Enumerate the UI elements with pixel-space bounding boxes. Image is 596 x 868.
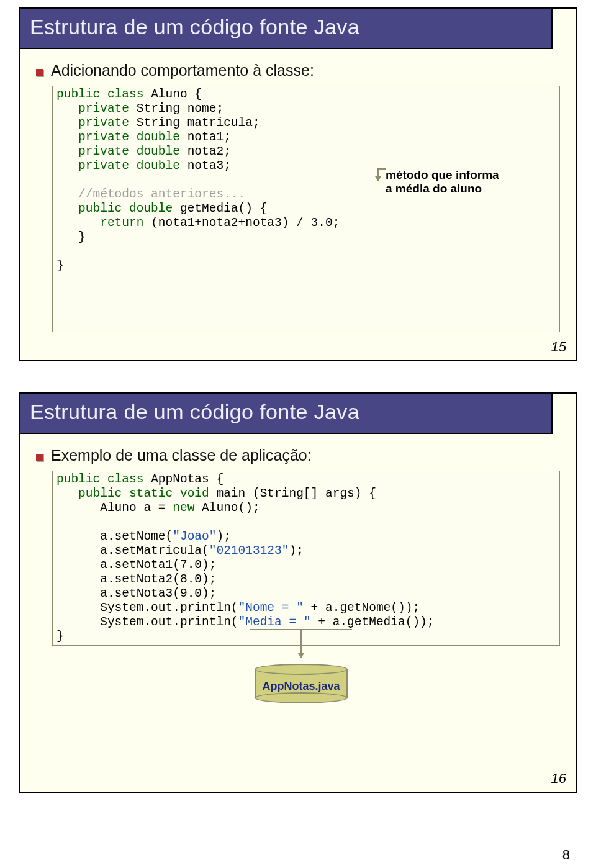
- code-text: Aluno();: [194, 501, 260, 515]
- code-str: "Nome = ": [238, 601, 304, 615]
- arrow-down-icon: [300, 629, 302, 658]
- code-kw: public class: [56, 88, 143, 101]
- page-number: 8: [562, 847, 570, 863]
- code-text: String nome;: [129, 102, 224, 115]
- code-kw: new: [173, 501, 194, 515]
- code-kw: private: [56, 102, 129, 115]
- code-text: nota3;: [180, 159, 231, 173]
- slide-heading: Adicionando comportamento à classe:: [51, 61, 314, 79]
- bullet-icon: [36, 454, 43, 461]
- code-text: AppNotas {: [143, 472, 224, 486]
- code-text: }: [56, 230, 86, 244]
- code-text: );: [289, 544, 303, 558]
- arrow-down-icon: [377, 168, 379, 181]
- code-text: a.setNota2(8.0);: [56, 572, 216, 586]
- code-text: a.setNota1(7.0);: [56, 558, 216, 572]
- slide-heading-row: Exemplo de uma classe de aplicação:: [36, 446, 560, 464]
- code-text: a.setNome(: [56, 530, 173, 543]
- code-kw: private double: [56, 130, 180, 144]
- callout-connector: [377, 168, 386, 170]
- slide-content: Exemplo de uma classe de aplicação: publ…: [20, 434, 576, 652]
- slide-title-bar: Estrutura de um código fonte Java: [19, 392, 553, 434]
- code-text: + a.getMedia());: [311, 615, 435, 629]
- code-comment: //métodos anteriores...: [56, 188, 245, 201]
- slide-number: 16: [551, 771, 566, 787]
- bullet-icon: [36, 69, 43, 76]
- cylinder-label: AppNotas.java: [255, 680, 348, 693]
- code-text: Aluno {: [143, 88, 202, 101]
- callout: método que informaa média do aluno: [386, 168, 522, 196]
- code-text: a.setNota3(9.0);: [56, 587, 216, 600]
- slide-title-bar: Estrutura de um código fonte Java: [19, 7, 553, 49]
- code-text: );: [216, 530, 230, 543]
- slide-content: Adicionando comportamento à classe: publ…: [20, 49, 576, 338]
- cylinder-top: [255, 664, 348, 675]
- slide-16: Estrutura de um código fonte Java Exempl…: [19, 392, 577, 793]
- code-kw: public class: [56, 472, 143, 486]
- code-kw: public double: [56, 202, 173, 215]
- code-str: "Joao": [173, 530, 216, 543]
- code-text: getMedia() {: [173, 202, 267, 215]
- code-text: System.out.println(: [56, 615, 238, 629]
- code-text: System.out.println(: [56, 601, 238, 615]
- slide-number: 15: [551, 339, 566, 355]
- code-kw: private: [56, 116, 129, 130]
- slide-15: Estrutura de um código fonte Java Adicio…: [19, 7, 577, 361]
- code-kw: return: [56, 216, 143, 230]
- file-cylinder-icon: AppNotas.java: [255, 664, 348, 702]
- slide-heading: Exemplo de uma classe de aplicação:: [51, 446, 312, 464]
- code-text: }: [56, 259, 64, 273]
- code-kw: private double: [56, 145, 180, 158]
- code-text: main (String[] args) {: [209, 487, 376, 500]
- cylinder-bottom: [255, 692, 348, 703]
- code-text: (nota1+nota2+nota3) / 3.0;: [143, 216, 340, 230]
- slide-title: Estrutura de um código fonte Java: [30, 400, 541, 424]
- slide-title: Estrutura de um código fonte Java: [30, 15, 541, 39]
- code-str: "021013123": [209, 544, 289, 558]
- code-text: }: [56, 630, 64, 643]
- code-text: nota1;: [180, 130, 231, 144]
- code-block: public class AppNotas { public static vo…: [52, 471, 560, 646]
- slide-heading-row: Adicionando comportamento à classe:: [36, 61, 560, 79]
- code-text: a.setMatricula(: [56, 544, 209, 558]
- code-kw: public static void: [56, 487, 209, 500]
- code-kw: private double: [56, 159, 180, 173]
- code-block: public class Aluno { private String nome…: [52, 86, 560, 332]
- code-text: String matricula;: [129, 116, 260, 130]
- code-str: "Media = ": [238, 615, 311, 629]
- code-text: nota2;: [180, 145, 231, 158]
- code-text: + a.getNome());: [304, 601, 420, 615]
- code-text: Aluno a =: [56, 501, 173, 515]
